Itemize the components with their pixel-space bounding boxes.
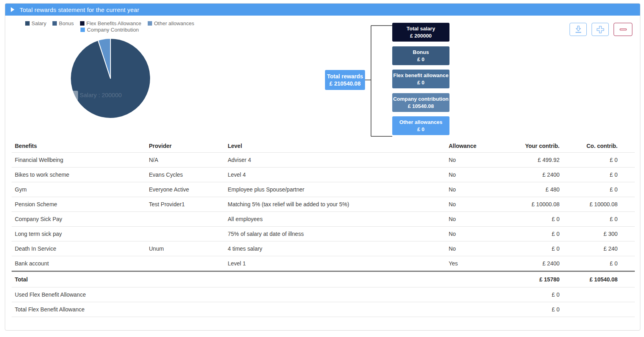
total-flex-allowance-row: Total Flex Benefit Allowance £ 0: [12, 302, 635, 317]
tree-node-flex-benefit-allowance: Flex benefit allowance £ 0: [392, 70, 449, 88]
legend-swatch-icon: [80, 21, 84, 26]
table-row: Financial Wellbeing N/A Adviser 4 No £ 4…: [12, 153, 635, 168]
panel-title: Total rewards statement for the current …: [20, 6, 139, 13]
total-co-contrib: £ 10540.08: [576, 271, 635, 287]
tree-node-value: £ 0: [392, 126, 449, 133]
tree-node-other-allowances: Other allowances £ 0: [392, 116, 449, 135]
col-co-contrib: Co. contrib.: [576, 140, 635, 153]
used-flex-allowance-row: Used Flex Benefit Allowance £ 0: [12, 287, 635, 302]
tree-node-company-contribution: Company contribution £ 10540.08: [392, 93, 449, 112]
collapse-button[interactable]: [614, 23, 632, 36]
legend-item: Salary: [22, 20, 46, 27]
legend-item: Flex Benefits Allowance: [77, 20, 141, 27]
row-label: Used Flex Benefit Allowance: [12, 287, 146, 302]
tree-node-value: £ 10540.08: [392, 103, 449, 110]
tree-node-label: Bonus: [392, 49, 449, 56]
pie-tooltip: Salary : 200000: [80, 92, 122, 98]
legend-swatch-icon: [80, 28, 85, 32]
col-level: Level: [225, 140, 445, 153]
legend-item: Company Contribution: [77, 27, 138, 33]
table-row: Bank account Level 1 Yes £ 2400 £ 0: [12, 256, 635, 271]
tree-node-label: Total salary: [392, 25, 449, 32]
row-value: £ 0: [522, 287, 576, 302]
tree-node-value: £ 0: [392, 79, 449, 86]
collapse-arrow-icon: [11, 7, 14, 12]
col-provider: Provider: [146, 140, 225, 153]
tree-node-total-salary: Total salary £ 200000: [392, 23, 449, 42]
benefits-table: Benefits Provider Level Allowance Your c…: [12, 140, 635, 317]
tree-node-label: Flex benefit allowance: [392, 72, 449, 79]
total-rewards-panel: Total rewards statement for the current …: [5, 3, 640, 331]
table-row: Death In Service Unum 4 times salary No …: [12, 241, 635, 256]
tree-node-value: £ 200000: [392, 32, 449, 40]
pie-chart[interactable]: [66, 34, 154, 122]
plus-icon: [596, 25, 605, 34]
tree-node-value: £ 210540.08: [325, 80, 365, 87]
tree-node-label: Total rewards: [325, 73, 365, 80]
table-row: Bikes to work scheme Evans Cycles Level …: [12, 168, 635, 182]
tree-node-label: Company contribution: [392, 96, 449, 103]
legend-item: Bonus: [49, 20, 74, 27]
pie-tooltip-swatch: [68, 91, 78, 100]
col-benefits: Benefits: [12, 140, 146, 153]
total-row: Total £ 15780 £ 10540.08: [12, 271, 635, 287]
legend-item: Other allowances: [144, 20, 194, 27]
total-label: Total: [12, 271, 146, 287]
legend-swatch-icon: [52, 21, 57, 26]
chart-area: Salary Bonus Flex Benefits Allowance Oth…: [5, 16, 640, 140]
total-your-contrib: £ 15780: [522, 271, 576, 287]
row-value: £ 0: [522, 302, 576, 317]
tree-node-total-rewards: Total rewards £ 210540.08: [325, 70, 365, 90]
row-label: Total Flex Benefit Allowance: [12, 302, 146, 317]
table-row: Long term sick pay 75% of salary at date…: [12, 227, 635, 241]
tree-node-bonus: Bonus £ 0: [392, 46, 449, 65]
panel-header[interactable]: Total rewards statement for the current …: [5, 4, 640, 16]
col-allowance: Allowance: [445, 140, 522, 153]
legend-swatch-icon: [25, 21, 30, 26]
expand-button[interactable]: [592, 23, 609, 36]
tree-node-value: £ 0: [392, 56, 449, 63]
table-row: Gym Everyone Active Employee plus Spouse…: [12, 182, 635, 197]
table-row: Pension Scheme Test Provider1 Matching 5…: [12, 197, 635, 212]
legend-swatch-icon: [148, 21, 152, 26]
minus-icon: [618, 25, 628, 34]
chart-legend: Salary Bonus Flex Benefits Allowance Oth…: [16, 20, 200, 33]
download-button[interactable]: [570, 23, 587, 36]
table-header-row: Benefits Provider Level Allowance Your c…: [12, 140, 635, 153]
table-row: Company Sick Pay All employees No £ 0 £ …: [12, 212, 635, 227]
download-icon: [574, 25, 583, 34]
col-your-contrib: Your contrib.: [522, 140, 576, 153]
tree-node-label: Other allowances: [392, 119, 449, 126]
